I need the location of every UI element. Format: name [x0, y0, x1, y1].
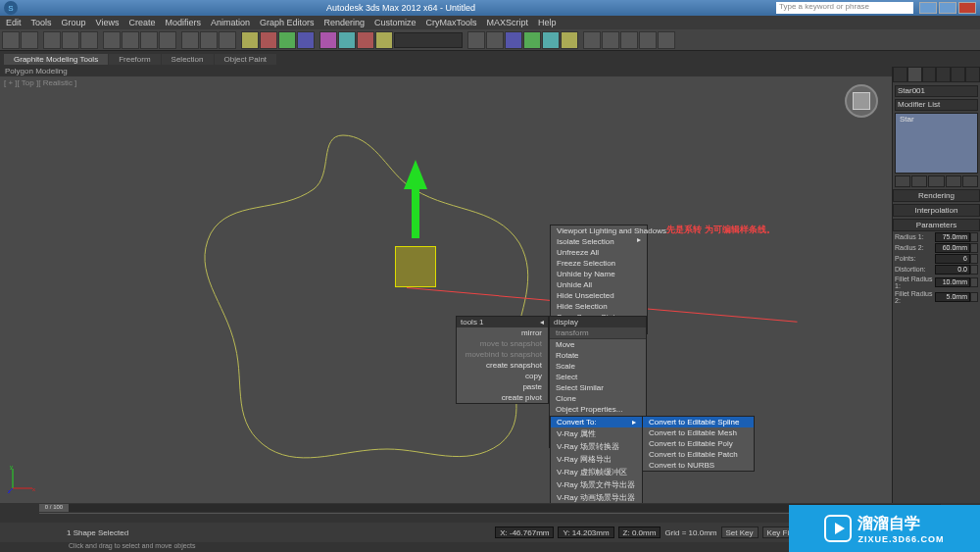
ctx-create-pivot[interactable]: create pivot	[457, 392, 548, 403]
ctx-scale[interactable]: Scale	[550, 361, 646, 372]
ctx-unfreeze-all[interactable]: Unfreeze All	[551, 247, 647, 258]
redo-button[interactable]	[21, 31, 38, 49]
menu-help[interactable]: Help	[538, 18, 557, 27]
menu-modifiers[interactable]: Modifiers	[165, 18, 201, 27]
menu-rendering[interactable]: Rendering	[324, 18, 366, 27]
ctx-convert-to[interactable]: Convert To:	[551, 417, 642, 427]
param-radius1-spinner[interactable]	[970, 232, 978, 242]
coord-x[interactable]: X: -46.767mm	[495, 527, 554, 538]
move-button[interactable]	[181, 31, 199, 49]
stack-show-button[interactable]	[911, 176, 927, 187]
star-spline-object[interactable]	[132, 116, 554, 459]
param-fillet1-value[interactable]: 10.0mm	[935, 277, 970, 287]
ctx-freeze-selection[interactable]: Freeze Selection	[551, 258, 647, 269]
setkey-button[interactable]: Set Key	[721, 527, 759, 538]
param-points-value[interactable]: 6	[935, 254, 970, 264]
selection-filter-dropdown[interactable]	[394, 32, 463, 48]
ctx-vray-vfb[interactable]: V-Ray 虚拟帧缓冲区	[551, 466, 642, 478]
ctx-vray-mesh-export[interactable]: V-Ray 网格导出	[551, 453, 642, 466]
render-frame-button[interactable]	[542, 31, 560, 49]
param-fillet1-spinner[interactable]	[970, 277, 978, 287]
rollout-parameters[interactable]: Parameters	[893, 219, 980, 231]
named-selection-button[interactable]	[319, 31, 337, 49]
select-region-button[interactable]	[140, 31, 158, 49]
tool-extra4[interactable]	[639, 31, 657, 49]
menu-create[interactable]: Create	[128, 18, 155, 27]
modifier-stack[interactable]: Star	[895, 113, 978, 174]
link-button[interactable]	[43, 31, 61, 49]
select-name-button[interactable]	[122, 31, 139, 49]
ribbon-tab-objectpaint[interactable]: Object Paint	[215, 54, 277, 65]
viewport[interactable]: [ + ][ Top ][ Realistic ] 先是系转 为可编辑样条线。 …	[0, 76, 892, 503]
ctx-convert-editable-patch[interactable]: Convert to Editable Patch	[643, 449, 754, 460]
menu-crymaxtools[interactable]: CryMaxTools	[426, 18, 477, 27]
close-button[interactable]	[958, 2, 976, 14]
modifier-list-dropdown[interactable]: Modifier List	[895, 99, 978, 111]
window-crossing-button[interactable]	[159, 31, 176, 49]
material-editor-button[interactable]	[505, 31, 522, 49]
param-fillet2-spinner[interactable]	[970, 292, 978, 302]
param-radius1-value[interactable]: 75.0mm	[935, 232, 970, 242]
unlink-button[interactable]	[62, 31, 79, 49]
stack-item-star[interactable]: Star	[900, 115, 914, 124]
ctx-vray-props[interactable]: V-Ray 属性	[551, 427, 642, 440]
menu-grapheditors[interactable]: Graph Editors	[260, 18, 315, 27]
percent-snap-button[interactable]	[278, 31, 296, 49]
panel-tab-motion[interactable]	[936, 67, 951, 82]
panel-tab-utilities[interactable]	[965, 67, 980, 82]
ctx-select-similar[interactable]: Select Similar	[550, 382, 646, 393]
menu-edit[interactable]: Edit	[6, 18, 22, 27]
scale-button[interactable]	[219, 31, 236, 49]
menu-tools[interactable]: Tools	[31, 18, 52, 27]
viewport-label[interactable]: [ + ][ Top ][ Realistic ]	[4, 78, 76, 87]
ctx-viewport-lighting[interactable]: Viewport Lighting and Shadows	[551, 226, 647, 236]
panel-tab-create[interactable]	[893, 67, 907, 82]
param-fillet2-value[interactable]: 5.0mm	[935, 292, 970, 302]
render-button[interactable]	[561, 31, 578, 49]
ctx-move[interactable]: Move	[550, 339, 646, 350]
menu-maxscript[interactable]: MAXScript	[487, 18, 529, 27]
ctx-clone[interactable]: Clone	[550, 393, 646, 404]
param-points-spinner[interactable]	[970, 254, 978, 264]
menu-group[interactable]: Group	[62, 18, 86, 27]
ribbon-tab-graphite[interactable]: Graphite Modeling Tools	[4, 54, 108, 65]
coord-y[interactable]: Y: 14.203mm	[558, 527, 613, 538]
ctx-convert-editable-spline[interactable]: Convert to Editable Spline	[643, 417, 754, 427]
mirror-button[interactable]	[338, 31, 356, 49]
viewcube-face-icon[interactable]	[853, 92, 870, 110]
panel-tab-hierarchy[interactable]	[922, 67, 937, 82]
undo-button[interactable]	[2, 31, 20, 49]
stack-pin-button[interactable]	[895, 176, 910, 187]
render-setup-button[interactable]	[523, 31, 541, 49]
spinner-snap-button[interactable]	[297, 31, 315, 49]
layers-button[interactable]	[375, 31, 393, 49]
ribbon-subpanel[interactable]: Polygon Modeling	[0, 65, 980, 76]
help-search-input[interactable]: Type a keyword or phrase	[776, 2, 913, 14]
bind-button[interactable]	[80, 31, 98, 49]
ribbon-tab-selection[interactable]: Selection	[162, 54, 214, 65]
ctx-convert-nurbs[interactable]: Convert to NURBS	[643, 460, 754, 471]
ribbon-tab-freeform[interactable]: Freeform	[109, 54, 160, 65]
param-distortion-spinner[interactable]	[970, 265, 978, 275]
ctx-object-properties[interactable]: Object Properties...	[550, 404, 646, 415]
time-slider-knob[interactable]: 0 / 100	[39, 504, 69, 512]
align-button[interactable]	[357, 31, 374, 49]
ctx-isolate-selection[interactable]: Isolate Selection	[551, 236, 647, 247]
tool-extra5[interactable]	[658, 31, 675, 49]
menu-animation[interactable]: Animation	[211, 18, 250, 27]
tool-extra3[interactable]	[620, 31, 638, 49]
rotate-button[interactable]	[200, 31, 218, 49]
ctx-hide-unselected[interactable]: Hide Unselected	[551, 290, 647, 301]
ctx-hide-selection[interactable]: Hide Selection	[551, 301, 647, 312]
ctx-create-snapshot[interactable]: create snapshot	[457, 360, 548, 371]
stack-unique-button[interactable]	[928, 176, 944, 187]
rollout-interpolation[interactable]: Interpolation	[893, 204, 980, 217]
rollout-rendering[interactable]: Rendering	[893, 189, 980, 202]
panel-tab-modify[interactable]	[907, 67, 922, 82]
ctx-unhide-all[interactable]: Unhide All	[551, 279, 647, 290]
ctx-unhide-by-name[interactable]: Unhide by Name	[551, 269, 647, 279]
curve-editor-button[interactable]	[467, 31, 485, 49]
panel-tab-display[interactable]	[951, 67, 965, 82]
coord-z[interactable]: Z: 0.0mm	[618, 527, 662, 538]
schematic-button[interactable]	[486, 31, 504, 49]
